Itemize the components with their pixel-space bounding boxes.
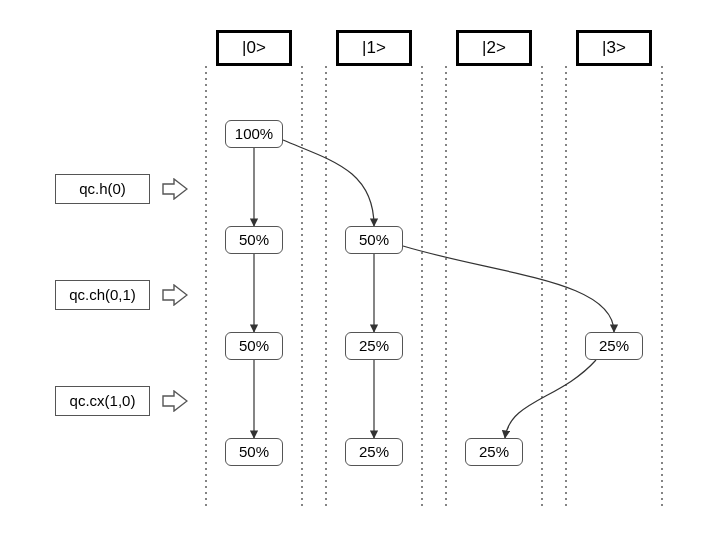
state-header-3: |3> xyxy=(576,30,652,66)
prob-node: 50% xyxy=(225,332,283,360)
arrow-right-icon xyxy=(162,390,188,412)
diagram-canvas: |0> |1> |2> |3> qc.h(0) qc.ch(0,1) qc.cx… xyxy=(0,0,703,544)
prob-node: 50% xyxy=(225,226,283,254)
prob-node: 100% xyxy=(225,120,283,148)
gate-box-h0: qc.h(0) xyxy=(55,174,150,204)
prob-value: 50% xyxy=(239,231,269,248)
prob-node: 25% xyxy=(345,332,403,360)
prob-value: 50% xyxy=(239,337,269,354)
state-label: |2> xyxy=(482,38,506,57)
prob-value: 50% xyxy=(359,231,389,248)
gate-box-cx10: qc.cx(1,0) xyxy=(55,386,150,416)
prob-node: 25% xyxy=(345,438,403,466)
prob-value: 100% xyxy=(235,125,273,142)
gate-box-ch01: qc.ch(0,1) xyxy=(55,280,150,310)
prob-node: 25% xyxy=(465,438,523,466)
prob-value: 25% xyxy=(359,337,389,354)
prob-value: 25% xyxy=(359,443,389,460)
prob-node: 25% xyxy=(585,332,643,360)
state-label: |0> xyxy=(242,38,266,57)
state-header-2: |2> xyxy=(456,30,532,66)
state-header-0: |0> xyxy=(216,30,292,66)
prob-value: 50% xyxy=(239,443,269,460)
prob-value: 25% xyxy=(479,443,509,460)
state-label: |1> xyxy=(362,38,386,57)
state-header-1: |1> xyxy=(336,30,412,66)
arrow-right-icon xyxy=(162,178,188,200)
gate-label: qc.cx(1,0) xyxy=(70,392,136,409)
gate-label: qc.ch(0,1) xyxy=(69,286,136,303)
prob-node: 50% xyxy=(225,438,283,466)
prob-value: 25% xyxy=(599,337,629,354)
arrow-right-icon xyxy=(162,284,188,306)
state-label: |3> xyxy=(602,38,626,57)
prob-node: 50% xyxy=(345,226,403,254)
gate-label: qc.h(0) xyxy=(79,180,126,197)
